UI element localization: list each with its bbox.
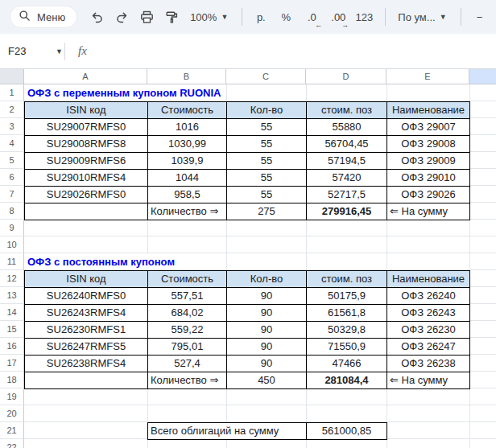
cell-B21[interactable]: Всего облигаций на сумму [147,422,307,440]
cell-B5[interactable]: 1039,9 [147,152,227,170]
row-header-17[interactable]: 17 [0,355,24,372]
cell-C14[interactable]: 90 [226,304,307,322]
cell-E3[interactable]: ОФЗ 29007 [386,118,470,136]
column-header-A[interactable]: A [24,69,147,84]
cell-D2[interactable]: стоим. поз [306,101,387,119]
cell-A18[interactable] [24,372,148,389]
column-header-F-selected[interactable] [469,69,496,84]
cell-D12[interactable]: стоим. поз [306,270,387,288]
font-select[interactable]: По ум... ▼ [393,6,451,28]
cell-A4[interactable]: SU29008RMFS8 [24,135,148,153]
zoom-select[interactable]: 100% ▼ [185,6,233,28]
cell-A2[interactable]: ISIN код [24,101,148,119]
row-header-12[interactable]: 12 [0,270,24,287]
menu-search-pill[interactable]: Меню [10,6,77,28]
cell-B6[interactable]: 1044 [147,169,227,187]
cell-E14[interactable]: ОФЗ 26243 [386,304,470,322]
column-header-C[interactable]: C [226,69,306,84]
cell-E15[interactable]: ОФЗ 26230 [386,321,470,339]
cell-C17[interactable]: 90 [226,355,307,372]
cell-A6[interactable]: SU29010RMFS4 [24,169,148,187]
column-header-E[interactable]: E [386,69,469,84]
row-header-9[interactable]: 9 [0,220,24,236]
row-header-11[interactable]: 11 [0,253,24,270]
row-header-7[interactable]: 7 [0,186,24,203]
cell-A7[interactable]: SU29026RMFS0 [24,186,148,203]
cell-D16[interactable]: 71550,9 [306,338,387,356]
cell-D13[interactable]: 50175,9 [306,287,387,305]
cell-A14[interactable]: SU26243RMFS4 [24,304,148,322]
cell-B3[interactable]: 1016 [147,118,227,136]
cell-A16[interactable]: SU26247RMFS5 [24,338,148,356]
cell-D7[interactable]: 52717,5 [306,186,387,203]
cell-E4[interactable]: ОФЗ 29008 [386,135,470,153]
cell-E8[interactable]: ⇐ На сумму [386,203,470,220]
cell-A12[interactable]: ISIN код [24,270,148,288]
cell-B8[interactable]: Количество ⇒ [147,203,227,220]
cell-C8[interactable]: 275 [226,203,307,220]
cell-E16[interactable]: ОФЗ 26247 [386,338,470,356]
increase-decimals-button[interactable]: .00 → [326,6,350,28]
row-header-15[interactable]: 15 [0,321,24,338]
row-header-10[interactable]: 10 [0,236,24,253]
cell-C7[interactable]: 55 [226,186,307,203]
column-header-D[interactable]: D [306,69,386,84]
cell-B13[interactable]: 557,51 [147,287,227,305]
cell-E13[interactable]: ОФЗ 26240 [386,287,470,305]
cell-E6[interactable]: ОФЗ 29010 [386,169,470,187]
cell-D5[interactable]: 57194,5 [306,152,387,170]
cell-B7[interactable]: 958,5 [147,186,227,203]
row-header-14[interactable]: 14 [0,304,24,321]
cell-D6[interactable]: 57420 [306,169,387,187]
cell-D3[interactable]: 55880 [306,118,387,136]
cell-C15[interactable]: 90 [226,321,307,339]
cell-A15[interactable]: SU26230RMFS1 [24,321,148,339]
row-header-21[interactable]: 21 [0,422,24,439]
cell-B16[interactable]: 795,01 [147,338,227,356]
row-header-19[interactable]: 19 [0,388,24,405]
cell-C18[interactable]: 450 [226,372,307,389]
cell-E18[interactable]: ⇐ На сумму [386,372,470,389]
row-header-20[interactable]: 20 [0,405,24,422]
cell-D17[interactable]: 47466 [306,355,387,372]
undo-button[interactable] [85,6,108,28]
cell-E12[interactable]: Наименование [386,270,470,288]
row-header-22[interactable]: 22 [0,439,24,448]
row-header-13[interactable]: 13 [0,287,24,304]
cell-B18[interactable]: Количество ⇒ [147,372,227,389]
cell-A3[interactable]: SU29007RMFS0 [24,118,148,136]
name-box[interactable]: F23 ▼ [0,45,63,57]
cell-D15[interactable]: 50329,8 [306,321,387,339]
percent-format-button[interactable]: % [275,6,297,28]
currency-format-button[interactable]: р. [250,6,272,28]
cell-C5[interactable]: 55 [226,152,307,170]
print-button[interactable] [135,6,158,28]
cell-E7[interactable]: ОФЗ 29026 [386,186,470,203]
cell-C13[interactable]: 90 [226,287,307,305]
font-size-decrease-button[interactable]: − [469,6,491,28]
cell-B4[interactable]: 1030,99 [147,135,227,153]
cell-C16[interactable]: 90 [226,338,307,356]
cell-D8[interactable]: 279916,45 [306,203,387,220]
select-all-corner[interactable] [0,69,24,84]
cell-C12[interactable]: Кол-во [226,270,307,288]
cell-D4[interactable]: 56704,45 [306,135,387,153]
cell-A8[interactable] [24,203,148,220]
column-header-B[interactable]: B [147,69,226,84]
cell-E2[interactable]: Наименование [386,101,470,119]
redo-button[interactable] [110,6,133,28]
cell-A17[interactable]: SU26238RMFS4 [24,355,148,372]
cell-E17[interactable]: ОФЗ 26238 [386,355,470,372]
row-header-2[interactable]: 2 [0,101,24,118]
row-header-6[interactable]: 6 [0,169,24,186]
more-formats-button[interactable]: 123 [353,6,375,28]
row-header-1[interactable]: 1 [0,84,24,101]
cell-B15[interactable]: 559,22 [147,321,227,339]
row-header-3[interactable]: 3 [0,118,24,135]
cell-B14[interactable]: 684,02 [147,304,227,322]
cell-D21[interactable]: 561000,85 [306,422,387,440]
paint-format-button[interactable] [160,6,183,28]
row-header-16[interactable]: 16 [0,338,24,355]
decrease-decimals-button[interactable]: .0 ← [300,6,324,28]
cell-C4[interactable]: 55 [226,135,307,153]
